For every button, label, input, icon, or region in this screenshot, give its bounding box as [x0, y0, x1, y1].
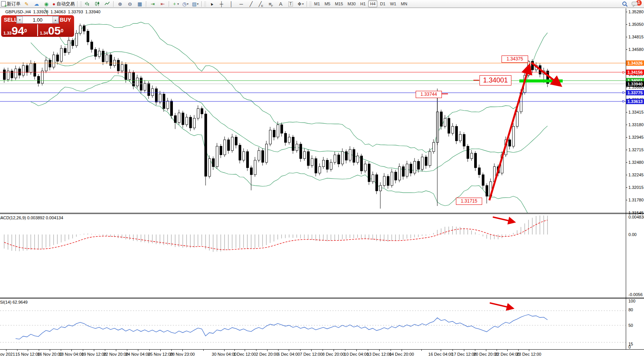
time-tick-minor: [518, 350, 519, 351]
timeframe-m15[interactable]: M15: [333, 0, 345, 7]
timeframe-m1[interactable]: M1: [312, 0, 322, 7]
templates-button[interactable]: ▨▾: [191, 0, 200, 8]
bar-chart-glyph: [85, 1, 90, 6]
search-icon[interactable]: [620, 0, 630, 8]
candle-body: [330, 162, 332, 169]
pane-separator[interactable]: [0, 298, 644, 299]
macd-histogram-bar: [338, 234, 339, 240]
rsi-axis-label: 80: [628, 307, 633, 312]
annotation-label-1.33744[interactable]: 1.33744: [416, 91, 442, 98]
candle-body: [391, 172, 393, 185]
time-label: 8 Dec 20:00: [322, 352, 345, 356]
pane-separator[interactable]: [0, 298, 644, 298]
macd-histogram-bar: [190, 234, 191, 248]
macd-pane[interactable]: [0, 214, 626, 298]
candle-body: [494, 167, 496, 182]
fibonacci-tool[interactable]: ≡F: [266, 0, 275, 8]
macd-histogram-bar: [95, 234, 96, 235]
macd-histogram-bar: [490, 234, 491, 239]
toolbar-grip[interactable]: [204, 1, 206, 7]
zoom-in-icon[interactable]: ⊕: [116, 0, 125, 8]
candle-body: [380, 185, 382, 191]
volume-decrease-icon[interactable]: ▼: [17, 16, 23, 23]
vertical-line-tool[interactable]: │: [227, 0, 236, 8]
toolbar-grip[interactable]: [80, 1, 82, 7]
pane-separator[interactable]: [0, 214, 644, 214]
candle-body: [406, 164, 408, 176]
new-order-button[interactable]: 新订单: [0, 0, 21, 8]
time-tick-minor: [497, 350, 497, 351]
toolbar-grip[interactable]: [309, 1, 311, 7]
candle-body: [106, 55, 108, 62]
annotation-label-1.31715[interactable]: 1.31715: [456, 198, 482, 205]
candle-body: [543, 71, 545, 74]
time-tick-minor: [171, 350, 172, 351]
volume-increase-icon[interactable]: ▲: [52, 16, 59, 23]
add-indicator-button[interactable]: ＋▾: [171, 0, 180, 8]
macd-histogram-bar: [513, 233, 514, 234]
macd-histogram-bar: [521, 227, 521, 234]
annotation-label-1.34001[interactable]: 1.34001: [479, 75, 511, 86]
bar-chart-icon[interactable]: [83, 0, 92, 8]
metaeditor-icon[interactable]: ✎: [22, 0, 31, 8]
line-anchor-handle[interactable]: [622, 71, 624, 73]
trendline-tool[interactable]: ╱: [247, 0, 256, 8]
candle-body: [315, 158, 317, 173]
community-cloud-icon[interactable]: ☁: [32, 0, 41, 8]
chat-icon[interactable]: 1: [630, 0, 639, 8]
line-anchor-handle[interactable]: [622, 92, 624, 93]
zoom-out-icon[interactable]: ⊖: [125, 0, 134, 8]
rsi-pane[interactable]: [0, 299, 626, 349]
signals-icon[interactable]: ◉: [42, 0, 51, 8]
auto-scroll-icon[interactable]: ⇥: [148, 0, 157, 8]
channel-tool[interactable]: ╱E: [256, 0, 266, 8]
main-chart-pane[interactable]: [0, 8, 626, 213]
candlestick-chart-icon[interactable]: [93, 0, 102, 8]
candle-body: [490, 182, 492, 196]
axis-tick-mark: [626, 37, 627, 37]
candle-body: [513, 126, 515, 146]
time-tick: [245, 350, 245, 351]
arrows-tool[interactable]: ❖▾: [296, 0, 305, 8]
volume-input[interactable]: [23, 16, 52, 23]
candle-body: [361, 156, 363, 171]
macd-histogram-bar: [483, 234, 483, 236]
cursor-tool[interactable]: ▲: [207, 0, 216, 8]
candle-body: [376, 175, 378, 191]
timeframe-w1[interactable]: W1: [388, 0, 398, 7]
horizontal-line-tool[interactable]: ─: [237, 0, 246, 8]
sell-button[interactable]: SELL: [4, 17, 17, 23]
ask-price[interactable]: 1.34050: [40, 25, 63, 36]
chevron-down-icon: ▾: [177, 2, 179, 6]
autotrade-button[interactable]: ●自动交易: [52, 0, 76, 8]
annotation-label-1.34375[interactable]: 1.34375: [502, 55, 528, 63]
thick-green-level-bar[interactable]: [519, 79, 563, 82]
periods-button[interactable]: ◷▾: [181, 0, 190, 8]
timeframe-h1[interactable]: H1: [358, 0, 367, 7]
text-label-tool[interactable]: T: [286, 0, 295, 8]
axis-tick-mark: [626, 175, 627, 175]
line-anchor-handle[interactable]: [622, 100, 624, 102]
timeframe-h4[interactable]: H4: [368, 0, 377, 7]
macd-histogram-bar: [502, 234, 502, 238]
bid-price[interactable]: 1.33940: [3, 25, 27, 36]
text-tool[interactable]: A: [276, 0, 285, 8]
pane-separator[interactable]: [0, 213, 644, 213]
macd-histogram-bar: [350, 234, 350, 238]
timeframe-d1[interactable]: D1: [378, 0, 387, 7]
candle-body: [342, 152, 344, 164]
tile-windows-icon[interactable]: ▦: [135, 0, 144, 8]
buy-button[interactable]: BUY: [60, 17, 71, 23]
candle-body: [167, 101, 169, 109]
horizontal-line-tool-glyph: ─: [239, 1, 243, 7]
timeframe-m30[interactable]: M30: [346, 0, 358, 7]
candle-body: [395, 172, 397, 180]
line-chart-icon[interactable]: [103, 0, 112, 8]
timeframe-m5[interactable]: M5: [323, 0, 332, 7]
candle-body: [201, 109, 203, 114]
crosshair-tool[interactable]: ┼: [217, 0, 226, 8]
timeframe-mn[interactable]: MN: [399, 0, 409, 7]
chart-shift-icon[interactable]: ⇤: [158, 0, 167, 8]
macd-histogram-bar: [163, 234, 164, 245]
axis-tick-mark: [626, 49, 627, 50]
